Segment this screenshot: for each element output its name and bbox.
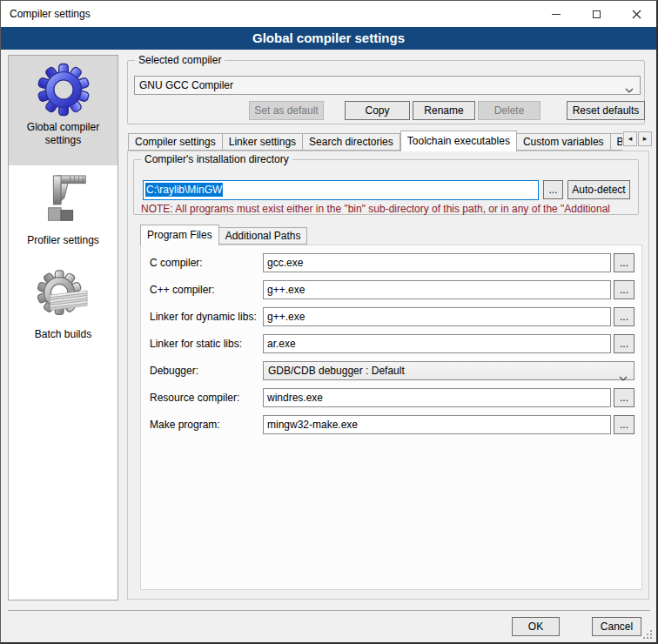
chevron-down-icon bbox=[619, 369, 628, 386]
reset-defaults-button[interactable]: Reset defaults bbox=[567, 101, 645, 120]
cpp-compiler-input[interactable]: g++.exe bbox=[263, 280, 611, 299]
cancel-button[interactable]: Cancel bbox=[592, 617, 641, 636]
sidebar-item-global-compiler-settings[interactable]: Global compiler settings bbox=[9, 56, 118, 165]
make-program-input[interactable]: mingw32-make.exe bbox=[263, 415, 611, 434]
browse-directory-button[interactable]: ... bbox=[543, 180, 563, 199]
minimize-button[interactable] bbox=[536, 1, 576, 27]
installation-directory-input[interactable]: C:\raylib\MinGW bbox=[143, 180, 539, 200]
note-text: NOTE: All programs must exist either in … bbox=[141, 203, 637, 215]
make-program-browse-button[interactable]: ... bbox=[614, 415, 634, 434]
gray-gear-stack-icon bbox=[9, 270, 118, 324]
sidebar-item-batch-builds[interactable]: Batch builds bbox=[9, 263, 118, 369]
page-title: Global compiler settings bbox=[1, 27, 656, 50]
resource-compiler-input[interactable]: windres.exe bbox=[263, 388, 611, 407]
compiler-select-value: GNU GCC Compiler bbox=[139, 79, 233, 91]
blue-gear-icon bbox=[9, 63, 118, 117]
tab-toolchain-executables[interactable]: Toolchain executables bbox=[400, 131, 517, 151]
resource-compiler-label: Resource compiler: bbox=[150, 388, 239, 407]
linker-static-label: Linker for static libs: bbox=[150, 334, 242, 353]
rename-button[interactable]: Rename bbox=[413, 101, 475, 120]
tab-build-options[interactable]: Build options bbox=[611, 133, 622, 151]
linker-dynamic-label: Linker for dynamic libs: bbox=[150, 307, 257, 326]
chevron-down-icon bbox=[625, 84, 634, 96]
tab-additional-paths[interactable]: Additional Paths bbox=[219, 227, 308, 245]
debugger-select[interactable]: GDB/CDB debugger : Default bbox=[263, 361, 634, 380]
linker-static-browse-button[interactable]: ... bbox=[614, 334, 634, 353]
settings-tab-bar: Compiler settings Linker settings Search… bbox=[128, 131, 622, 151]
debugger-label: Debugger: bbox=[150, 361, 198, 380]
tab-program-files[interactable]: Program Files bbox=[140, 225, 219, 245]
caliper-icon bbox=[9, 172, 118, 230]
set-as-default-button[interactable]: Set as default bbox=[249, 101, 324, 120]
close-button[interactable] bbox=[616, 1, 656, 27]
footer-separator bbox=[8, 610, 650, 611]
tab-custom-variables[interactable]: Custom variables bbox=[517, 133, 611, 151]
close-icon bbox=[632, 10, 641, 19]
group-label: Compiler's installation directory bbox=[141, 153, 292, 166]
sidebar-item-profiler-settings[interactable]: Profiler settings bbox=[9, 165, 118, 263]
c-compiler-browse-button[interactable]: ... bbox=[614, 253, 634, 272]
ok-button[interactable]: OK bbox=[512, 617, 560, 636]
maximize-button[interactable] bbox=[576, 1, 616, 27]
group-label: Selected compiler bbox=[135, 54, 225, 67]
minimize-icon bbox=[552, 14, 561, 15]
program-files-page: C compiler: gcc.exe ... C++ compiler: g+… bbox=[140, 245, 642, 590]
tab-search-directories[interactable]: Search directories bbox=[303, 133, 400, 151]
tab-scroll-right-button[interactable]: ▸ bbox=[638, 131, 652, 146]
delete-button[interactable]: Delete bbox=[478, 101, 540, 120]
tab-scroll-left-button[interactable]: ◂ bbox=[623, 131, 637, 146]
linker-dynamic-input[interactable]: g++.exe bbox=[263, 307, 611, 326]
cpp-compiler-label: C++ compiler: bbox=[150, 280, 215, 299]
title-bar[interactable]: Compiler settings bbox=[1, 1, 656, 27]
selected-text: C:\raylib\MinGW bbox=[145, 183, 223, 197]
c-compiler-input[interactable]: gcc.exe bbox=[263, 253, 611, 272]
tab-compiler-settings[interactable]: Compiler settings bbox=[128, 133, 223, 151]
sidebar-item-label: Batch builds bbox=[9, 328, 118, 341]
auto-detect-button[interactable]: Auto-detect bbox=[567, 180, 630, 199]
program-files-tab-bar: Program Files Additional Paths bbox=[140, 225, 401, 245]
cpp-compiler-browse-button[interactable]: ... bbox=[614, 280, 634, 299]
compiler-select[interactable]: GNU GCC Compiler bbox=[134, 76, 641, 95]
linker-dynamic-browse-button[interactable]: ... bbox=[614, 307, 634, 326]
settings-category-list: Global compiler settings Profiler settin… bbox=[8, 55, 118, 600]
sidebar-item-label: Global compiler settings bbox=[9, 121, 118, 147]
maximize-icon bbox=[593, 10, 601, 18]
compiler-settings-dialog: Compiler settings Global compiler settin… bbox=[0, 0, 658, 644]
linker-static-input[interactable]: ar.exe bbox=[263, 334, 611, 353]
window-title: Compiler settings bbox=[10, 1, 91, 27]
make-program-label: Make program: bbox=[150, 415, 220, 434]
resize-grip[interactable] bbox=[643, 630, 653, 640]
copy-button[interactable]: Copy bbox=[345, 101, 410, 120]
installation-directory-group: Compiler's installation directory C:\ray… bbox=[133, 159, 639, 215]
tab-linker-settings[interactable]: Linker settings bbox=[223, 133, 303, 151]
sidebar-item-label: Profiler settings bbox=[9, 234, 118, 247]
c-compiler-label: C compiler: bbox=[150, 253, 203, 272]
debugger-select-value: GDB/CDB debugger : Default bbox=[268, 365, 405, 377]
resource-compiler-browse-button[interactable]: ... bbox=[614, 388, 634, 407]
